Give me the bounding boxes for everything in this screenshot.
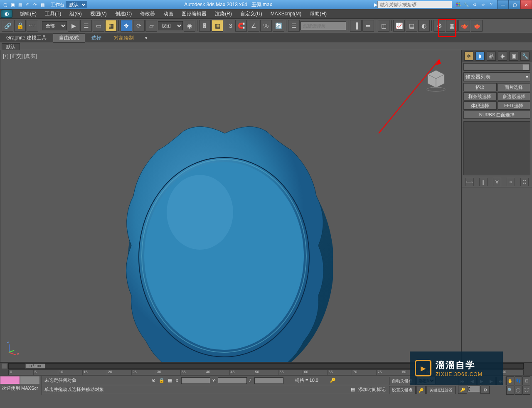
key-filters-button[interactable]: 关键点过滤器 <box>426 386 456 394</box>
menu-rendering[interactable]: 渲染(R) <box>211 10 236 18</box>
maximize-button[interactable]: ▢ <box>509 0 520 9</box>
maximize-vp-icon[interactable]: ⛶ <box>522 386 530 395</box>
cmd-tab-display[interactable]: ▣ <box>509 52 518 61</box>
favorite-icon[interactable]: ☆ <box>480 1 486 8</box>
walk-icon[interactable]: 👣 <box>515 376 522 386</box>
layer-manager-icon[interactable]: ◫ <box>378 20 389 32</box>
bind-spacewarp-icon[interactable]: 〰 <box>27 20 38 32</box>
select-by-name-icon[interactable]: ☰ <box>80 20 92 32</box>
cmd-tab-utilities[interactable]: 🔧 <box>520 52 530 61</box>
ribbon-sub-default[interactable]: 默认 <box>2 43 20 50</box>
viewport[interactable]: [+] [正交] [真实] <box>0 50 461 362</box>
ribbon-tab-graphite[interactable]: Graphite 建模工具 <box>0 33 53 43</box>
modifier-stack[interactable] <box>463 121 530 175</box>
spinner-snap-icon[interactable]: 🔄 <box>273 20 284 32</box>
align-icon[interactable]: ═ <box>362 20 374 32</box>
project-icon[interactable]: ▦ <box>39 1 46 8</box>
percent-snap-icon[interactable]: % <box>260 20 272 32</box>
x-coord-field[interactable] <box>181 377 210 384</box>
save-file-icon[interactable]: ▤ <box>17 1 23 8</box>
help-search-input[interactable] <box>377 1 452 8</box>
script-rec-icon[interactable] <box>0 376 20 384</box>
pivot-center-icon[interactable]: ◉ <box>184 20 195 32</box>
redo-icon[interactable]: ↷ <box>32 1 38 8</box>
zoom-ext-icon[interactable]: ⊡ <box>522 376 530 386</box>
workspace-select[interactable]: 默认 <box>66 1 87 8</box>
object-color-swatch[interactable] <box>523 64 530 71</box>
open-file-icon[interactable]: ▣ <box>9 1 16 8</box>
ribbon-tab-selection[interactable]: 选择 <box>85 33 108 43</box>
menu-customize[interactable]: 自定义(U) <box>236 10 266 18</box>
close-button[interactable]: ✕ <box>520 0 532 9</box>
viewcube[interactable] <box>424 67 448 92</box>
make-unique-icon[interactable]: ∀ <box>493 178 501 186</box>
render-iterative-icon[interactable]: 🫖 <box>471 20 483 32</box>
select-icon[interactable]: ▶ <box>68 20 79 32</box>
minimize-button[interactable]: — <box>497 0 509 9</box>
cmd-tab-modify[interactable]: ◗ <box>475 52 485 61</box>
object-name-field[interactable] <box>463 63 530 71</box>
time-config-icon[interactable]: ⚙ <box>480 386 490 394</box>
named-selection-set[interactable] <box>300 21 346 30</box>
menu-group[interactable]: 组(G) <box>65 10 86 18</box>
time-slider[interactable]: 0 / 100 <box>25 364 45 369</box>
key-icon[interactable]: 🔑 <box>416 386 426 394</box>
move-icon[interactable]: ✥ <box>121 20 132 32</box>
edit-named-sel-icon[interactable]: ☰ <box>288 20 300 32</box>
rendered-frame-icon[interactable]: ▦ <box>446 20 458 32</box>
mod-btn-extrude[interactable]: 挤出 <box>463 83 497 91</box>
window-crossing-icon[interactable]: ▦ <box>105 20 117 32</box>
key-mode-icon[interactable]: 🔑 <box>458 386 467 394</box>
menu-maxscript[interactable]: MAXScript(M) <box>266 10 306 17</box>
script-stop-icon[interactable] <box>20 376 40 384</box>
new-file-icon[interactable]: ▢ <box>2 1 8 8</box>
menu-graph-editors[interactable]: 图形编辑器 <box>177 10 211 18</box>
viewport-icon[interactable]: ▦ <box>168 378 172 383</box>
lock-icon[interactable]: ⊗ <box>152 378 155 383</box>
render-setup-icon[interactable]: ⚙ <box>433 20 445 32</box>
viewport-label[interactable]: [+] [正交] [真实] <box>3 53 37 60</box>
render-production-icon[interactable]: 🫖 <box>458 20 470 32</box>
cmd-tab-hierarchy[interactable]: 品 <box>487 52 496 61</box>
snap-toggle-icon[interactable]: 🧲 <box>235 20 247 32</box>
time-tag-icon[interactable]: ▤ <box>351 387 355 392</box>
zoom-icon[interactable]: 🔍 <box>506 386 514 395</box>
select-region-icon[interactable]: ▭ <box>93 20 104 32</box>
ref-coord-system[interactable]: 视图 <box>158 21 183 30</box>
show-end-result-icon[interactable]: ‖ <box>479 178 488 186</box>
mod-btn-ffd-select[interactable]: FFD 选择 <box>498 101 531 110</box>
subscription-icon[interactable]: 👫 <box>455 1 461 8</box>
menu-tools[interactable]: 工具(T) <box>41 10 65 18</box>
material-editor-icon[interactable]: ◐ <box>418 20 430 32</box>
ribbon-tab-freeform[interactable]: 自由形式 <box>53 33 85 43</box>
curve-editor-icon[interactable]: 📈 <box>393 20 405 32</box>
unlink-icon[interactable]: 🔓 <box>14 20 26 32</box>
select-link-icon[interactable]: 🔗 <box>2 20 13 32</box>
angle-snap-icon[interactable]: ∠ <box>248 20 259 32</box>
isolate-icon[interactable]: 🔒 <box>159 378 165 383</box>
scale-icon[interactable]: ▱ <box>145 20 157 32</box>
tools-icon[interactable]: ⚙ <box>471 1 478 8</box>
add-time-tag[interactable]: 添加时间标记 <box>358 386 386 393</box>
current-frame-field[interactable] <box>468 386 480 392</box>
mirror-icon[interactable]: ▐ <box>350 20 362 32</box>
pin-stack-icon[interactable]: ⟼ <box>466 178 474 186</box>
help-icon[interactable]: ? <box>488 1 495 8</box>
menu-help[interactable]: 帮助(H) <box>305 10 331 18</box>
schematic-view-icon[interactable]: ▤ <box>406 20 417 32</box>
rotate-icon[interactable]: ⟳ <box>133 20 145 32</box>
ribbon-expand-icon[interactable]: ▾ <box>145 35 148 41</box>
undo-icon[interactable]: ↶ <box>24 1 31 8</box>
menu-modifiers[interactable]: 修改器 <box>136 10 159 18</box>
menu-animation[interactable]: 动画 <box>159 10 177 18</box>
menu-create[interactable]: 创建(C) <box>111 10 136 18</box>
mod-btn-spline-select[interactable]: 样条线选择 <box>463 92 497 101</box>
pan-icon[interactable]: ✋ <box>506 376 514 386</box>
menu-edit[interactable]: 编辑(E) <box>16 10 41 18</box>
manipulate-icon[interactable]: 🎚 <box>199 20 211 32</box>
track-toggle-icon[interactable] <box>2 364 7 369</box>
mod-btn-nurbs-select[interactable]: NURBS 曲面选择 <box>463 111 530 119</box>
exchange-icon[interactable]: 🔧 <box>463 1 470 8</box>
keyboard-shortcut-icon[interactable]: ▦ <box>212 20 223 32</box>
set-key-button[interactable]: 设置关键点 <box>389 386 416 394</box>
